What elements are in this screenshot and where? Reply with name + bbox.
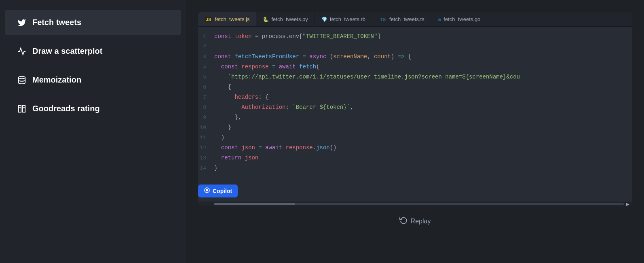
svg-point-0 — [19, 76, 25, 78]
sidebar-item-memoization[interactable]: Memoization — [5, 67, 181, 93]
editor: JS fetch_tweets.js 🐍 fetch_tweets.py 💎 f… — [198, 12, 632, 206]
ts-icon: TS — [379, 17, 387, 22]
editor-tabs: JS fetch_tweets.js 🐍 fetch_tweets.py 💎 f… — [198, 12, 632, 27]
replay-label: Replay — [411, 218, 431, 225]
code-line-4: 4 const response = await fetch( — [198, 62, 632, 72]
code-area: 1 const token = process.env["TWITTER_BEA… — [198, 27, 632, 201]
sidebar: Fetch tweets Draw a scatterplot Memoizat… — [0, 0, 186, 263]
svg-rect-2 — [23, 105, 25, 112]
js-icon: JS — [205, 17, 212, 22]
copilot-button[interactable]: Copilot — [198, 185, 238, 197]
tab-py-label: fetch_tweets.py — [271, 16, 308, 22]
tab-js[interactable]: JS fetch_tweets.js — [198, 12, 256, 26]
code-line-3: 3 const fetchTweetsFromUser = async (scr… — [198, 52, 632, 62]
code-line-11: 11 ) — [198, 133, 632, 143]
scrollbar-thumb — [214, 203, 295, 205]
scroll-right-arrow[interactable]: ▶ — [624, 202, 632, 206]
chart-icon — [17, 47, 27, 56]
code-line-6: 6 { — [198, 82, 632, 92]
py-icon: 🐍 — [263, 17, 269, 22]
code-line-7: 7 headers: { — [198, 92, 632, 102]
scrollbar-track[interactable] — [214, 203, 624, 205]
code-line-13: 13 return json — [198, 153, 632, 163]
svg-point-6 — [206, 189, 208, 191]
sidebar-item-fetch-tweets[interactable]: Fetch tweets — [5, 10, 181, 35]
tab-py[interactable]: 🐍 fetch_tweets.py — [256, 12, 315, 26]
scrollbar-area: ▶ — [198, 201, 632, 206]
sidebar-item-fetch-tweets-label: Fetch tweets — [32, 18, 81, 27]
code-line-12: 12 const json = await response.json() — [198, 143, 632, 153]
main-content: JS fetch_tweets.js 🐍 fetch_tweets.py 💎 f… — [186, 0, 644, 263]
database-icon — [17, 76, 27, 85]
code-line-2: 2 — [198, 42, 632, 52]
code-line-14: 14 } — [198, 163, 632, 173]
sidebar-item-goodreads[interactable]: Goodreads rating — [5, 96, 181, 121]
tab-go-label: fetch_tweets.go — [443, 16, 480, 22]
tab-go[interactable]: ∞ fetch_tweets.go — [431, 12, 488, 26]
book-icon — [17, 104, 27, 113]
code-line-9: 9 }, — [198, 112, 632, 123]
replay-section: Replay — [198, 206, 632, 236]
rb-icon: 💎 — [321, 17, 327, 22]
copilot-icon — [204, 187, 210, 195]
go-icon: ∞ — [438, 17, 441, 22]
tab-rb[interactable]: 💎 fetch_tweets.rb — [315, 12, 372, 26]
replay-button[interactable]: Replay — [399, 216, 431, 226]
tab-ts-label: fetch_tweets.ts — [389, 16, 424, 22]
copilot-label: Copilot — [213, 188, 232, 194]
code-content: 1 const token = process.env["TWITTER_BEA… — [198, 27, 632, 178]
svg-rect-1 — [19, 105, 21, 112]
tab-ts[interactable]: TS fetch_tweets.ts — [372, 12, 431, 26]
tab-rb-label: fetch_tweets.rb — [330, 16, 365, 22]
sidebar-item-memoization-label: Memoization — [32, 75, 81, 85]
replay-icon — [399, 216, 408, 226]
code-line-5: 5 `https://api.twitter.com/1.1/statuses/… — [198, 72, 632, 82]
sidebar-item-goodreads-label: Goodreads rating — [32, 104, 100, 113]
code-line-8: 8 Authorization: `Bearer ${token}`, — [198, 102, 632, 112]
sidebar-item-scatterplot-label: Draw a scatterplot — [32, 47, 102, 56]
tab-js-label: fetch_tweets.js — [215, 16, 249, 22]
code-line-10: 10 } — [198, 123, 632, 133]
sidebar-item-scatterplot[interactable]: Draw a scatterplot — [5, 38, 181, 64]
twitter-icon — [17, 18, 27, 27]
code-line-1: 1 const token = process.env["TWITTER_BEA… — [198, 32, 632, 42]
